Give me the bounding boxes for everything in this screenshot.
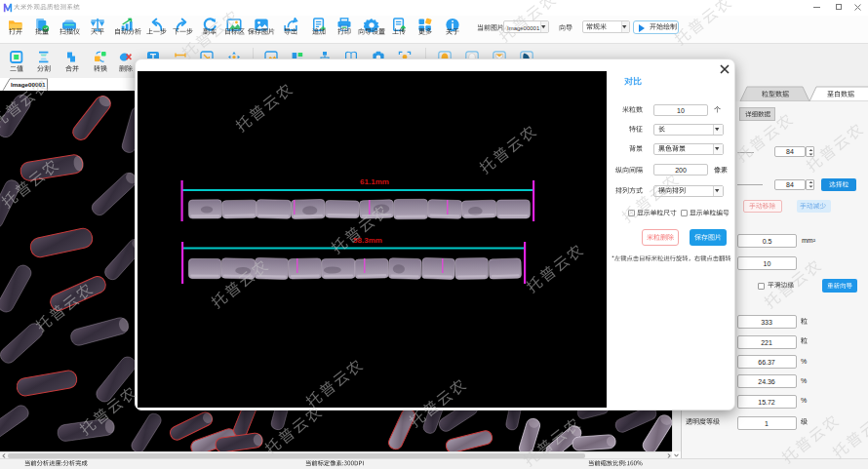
svg-text:61.1mm: 61.1mm: [360, 177, 389, 186]
svg-text:58.3mm: 58.3mm: [353, 236, 382, 245]
